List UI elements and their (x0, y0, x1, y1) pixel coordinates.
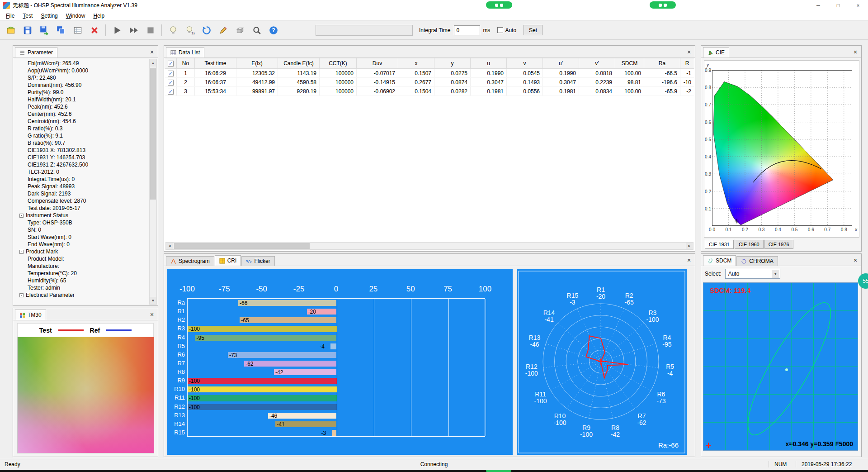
export-icon[interactable] (36, 23, 52, 38)
row-checkbox[interactable]: ✓ (168, 80, 174, 86)
close-icon[interactable]: × (148, 48, 156, 56)
chevron-down-icon[interactable]: ▼ (772, 270, 779, 278)
minimize-button[interactable]: ─ (808, 0, 828, 11)
menu-window[interactable]: Window (62, 12, 90, 20)
tree-item[interactable]: -Instrument Status (16, 212, 149, 219)
column-header[interactable]: No (177, 58, 195, 69)
save-icon[interactable] (19, 23, 35, 38)
tree-item[interactable]: Peak(nm): 452.6 (16, 103, 149, 110)
maximize-button[interactable]: □ (828, 0, 848, 11)
auto-checkbox[interactable] (497, 27, 503, 33)
tree-item[interactable]: B ratio(%): 90.7 (16, 139, 149, 147)
table-row[interactable]: ✓116:06:2912305.321143.19100000-0.070170… (165, 69, 694, 78)
scroll-down-icon[interactable]: ▼ (150, 297, 156, 304)
run-icon[interactable] (109, 23, 125, 38)
tree-item[interactable]: R ratio(%): 0.3 (16, 125, 149, 132)
tab-spectrogram[interactable]: Spectrogram (166, 256, 214, 266)
tree-item[interactable]: CIE1931 Z: 4267632.500 (16, 161, 149, 168)
tab-cie-1976[interactable]: CIE 1976 (764, 240, 793, 249)
tree-item[interactable]: S/P: 22.480 (16, 74, 149, 81)
close-icon[interactable]: × (851, 256, 859, 264)
close-icon[interactable]: × (148, 310, 156, 319)
tab-flicker[interactable]: Flicker (241, 256, 274, 266)
measure-bulb-icon[interactable] (165, 23, 181, 38)
collapse-icon[interactable]: - (19, 293, 24, 297)
column-header[interactable]: Candle E(fc) (278, 58, 320, 69)
select-all-checkbox[interactable]: ✓ (168, 61, 174, 67)
run-continuous-icon[interactable] (126, 23, 142, 38)
tab-cie-1960[interactable]: CIE 1960 (735, 240, 764, 249)
column-header[interactable]: E(lx) (236, 58, 278, 69)
column-header[interactable]: v (507, 58, 543, 69)
collapse-icon[interactable]: - (19, 250, 24, 254)
cie-panel-tab[interactable]: CIE (703, 47, 729, 57)
horizontal-scrollbar[interactable]: ◄ ► (165, 242, 693, 250)
tree-item[interactable]: End Wave(nm): 0 (16, 241, 149, 248)
tree-item[interactable]: -Electrical Parameter (16, 291, 149, 299)
column-header[interactable]: u (471, 58, 507, 69)
calibrate-icon[interactable] (198, 23, 214, 38)
scroll-left-icon[interactable]: ◄ (166, 243, 173, 249)
column-header[interactable]: u' (543, 58, 579, 69)
new-file-icon[interactable] (3, 23, 19, 38)
stop-icon[interactable] (142, 23, 158, 38)
tree-item[interactable]: Manufacture: (16, 262, 149, 270)
tree-item[interactable]: SN: 0 (16, 226, 149, 234)
column-header[interactable]: R (680, 58, 694, 69)
parameter-panel-tab[interactable]: Parameter (15, 47, 57, 57)
report-icon[interactable] (70, 23, 85, 38)
column-header[interactable]: y (434, 58, 471, 69)
column-header[interactable]: Test time (195, 58, 236, 69)
tree-item[interactable]: TLCI-2012: 0 (16, 168, 149, 176)
menu-setting[interactable]: Setting (37, 12, 61, 20)
integral-time-input[interactable] (454, 25, 480, 35)
close-icon[interactable]: × (685, 48, 693, 56)
tree-item[interactable]: Peak Signal: 48993 (16, 183, 149, 190)
tree-item[interactable]: Start Wave(nm): 0 (16, 234, 149, 241)
tree-item[interactable]: Integrat.Time(us): 0 (16, 176, 149, 183)
tree-item[interactable]: -Product Mark (16, 248, 149, 255)
set-button[interactable]: Set (524, 25, 542, 35)
tab-sdcm[interactable]: SDCM (703, 255, 736, 266)
tree-item[interactable]: Ebi(mW/cm²): 265.49 (16, 60, 149, 67)
menu-file[interactable]: File (2, 12, 19, 20)
table-row[interactable]: ✓216:06:3749412.994590.58100000-0.149150… (165, 78, 694, 87)
table-row[interactable]: ✓315:53:3499891.979280.19100000-0.069020… (165, 87, 694, 96)
tree-item[interactable]: Temperature(°C): 20 (16, 270, 149, 277)
tab-cri[interactable]: CRI (215, 255, 241, 266)
scrollbar-thumb[interactable] (174, 243, 310, 249)
tree-item[interactable]: Humidity(%): 65 (16, 277, 149, 284)
row-checkbox[interactable]: ✓ (168, 89, 174, 95)
column-header[interactable]: v' (579, 58, 615, 69)
collapse-icon[interactable]: - (19, 214, 24, 218)
menu-help[interactable]: Help (89, 12, 108, 20)
tree-item[interactable]: HalfWidth(nm): 20.1 (16, 96, 149, 103)
measure-bulb-1x-icon[interactable]: 1x (182, 23, 198, 38)
menu-test[interactable]: Test (19, 12, 37, 20)
tree-item[interactable]: Compensate level: 2870 (16, 197, 149, 205)
tree-item[interactable]: Centroid(nm): 454.6 (16, 118, 149, 125)
column-header[interactable]: CCT(K) (320, 58, 357, 69)
close-icon[interactable]: × (685, 256, 693, 264)
tree-item[interactable]: Dominant(nm): 456.90 (16, 81, 149, 89)
column-header[interactable]: Ra (644, 58, 680, 69)
scroll-up-icon[interactable]: ▲ (150, 59, 156, 67)
tree-item[interactable]: G ratio(%): 9.1 (16, 132, 149, 139)
tree-item[interactable]: Tester: admin (16, 284, 149, 291)
scrollbar-thumb[interactable] (150, 68, 156, 200)
row-checkbox[interactable]: ✓ (168, 71, 174, 76)
column-header[interactable]: SDCM (615, 58, 644, 69)
tree-item[interactable]: CIE1931 Y: 146254.703 (16, 154, 149, 161)
vertical-scrollbar[interactable]: ▲ ▼ (149, 59, 157, 305)
scroll-right-icon[interactable]: ► (686, 243, 693, 249)
zoom-icon[interactable] (249, 23, 264, 38)
tree-item[interactable]: Type: OHSP-350B (16, 219, 149, 226)
mode-select[interactable]: Auto ▼ (725, 269, 780, 279)
tree-item[interactable]: Test date: 2019-05-17 (16, 205, 149, 212)
tree-item[interactable]: Purity(%): 99.0 (16, 89, 149, 96)
tree-item[interactable]: Product Model: (16, 255, 149, 262)
column-header[interactable]: x (398, 58, 434, 69)
help-icon[interactable]: ? (265, 23, 281, 38)
datalist-panel-tab[interactable]: Data List (166, 47, 204, 57)
edit-icon[interactable] (215, 23, 231, 38)
